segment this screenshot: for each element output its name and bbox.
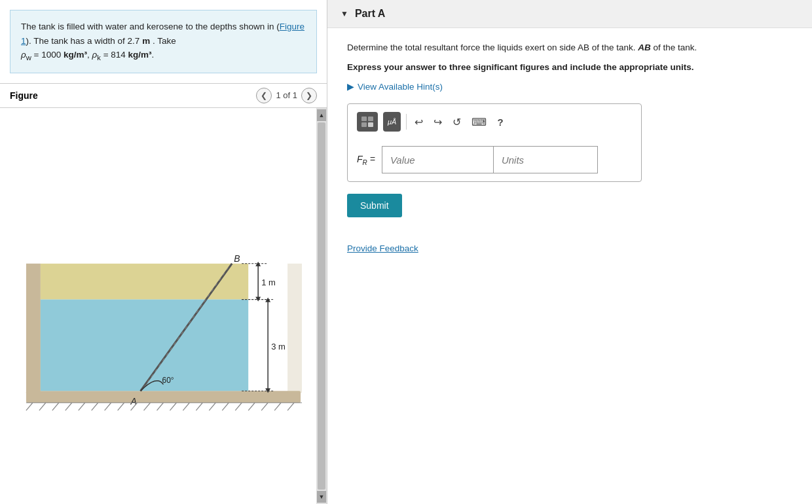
scroll-down-arrow[interactable]: ▼ bbox=[317, 491, 326, 503]
svg-line-36 bbox=[196, 403, 202, 410]
left-panel: The tank is filled with water and kerose… bbox=[0, 0, 327, 504]
input-row: FR = bbox=[357, 146, 632, 173]
svg-text:B: B bbox=[234, 253, 240, 264]
svg-text:A: A bbox=[130, 396, 137, 406]
svg-line-23 bbox=[26, 403, 33, 410]
svg-line-37 bbox=[209, 403, 215, 410]
redo-button[interactable]: ↪ bbox=[431, 115, 445, 130]
figure-svg: B A 60° 1 m 3 m bbox=[0, 108, 316, 504]
svg-line-33 bbox=[157, 403, 164, 410]
symbol-button[interactable]: μÅ bbox=[383, 112, 401, 132]
svg-line-35 bbox=[183, 403, 189, 410]
svg-line-39 bbox=[235, 403, 242, 410]
svg-line-38 bbox=[222, 403, 229, 410]
reset-button[interactable]: ↺ bbox=[450, 115, 464, 130]
svg-line-28 bbox=[92, 403, 98, 410]
svg-rect-47 bbox=[368, 122, 373, 127]
provide-feedback-link[interactable]: Provide Feedback bbox=[347, 243, 418, 253]
part-title: Part A bbox=[355, 8, 386, 20]
figure-container: B A 60° 1 m 3 m bbox=[0, 107, 327, 504]
svg-text:60°: 60° bbox=[162, 376, 174, 385]
svg-line-42 bbox=[274, 403, 281, 410]
equation-label: FR = bbox=[357, 154, 375, 166]
svg-line-25 bbox=[52, 403, 59, 410]
figure-scrollbar[interactable]: ▲ ▼ bbox=[316, 108, 327, 504]
figure-count: 1 of 1 bbox=[276, 90, 297, 100]
keyboard-button[interactable]: ⌨ bbox=[469, 115, 489, 130]
figure-navigation: ❮ 1 of 1 ❯ bbox=[256, 88, 317, 103]
right-panel: ▼ Part A Determine the total resultant f… bbox=[327, 0, 812, 504]
part-header: ▼ Part A bbox=[327, 0, 812, 28]
figure-link[interactable]: Figure 1 bbox=[21, 22, 304, 46]
problem-text-content: The tank is filled with water and kerose… bbox=[21, 22, 304, 60]
svg-line-34 bbox=[170, 403, 176, 410]
submit-button[interactable]: Submit bbox=[347, 194, 402, 217]
svg-rect-1 bbox=[26, 264, 41, 393]
svg-rect-46 bbox=[361, 122, 367, 127]
svg-line-43 bbox=[287, 403, 294, 410]
help-button[interactable]: ? bbox=[494, 115, 506, 129]
part-content: Determine the total resultant force the … bbox=[327, 28, 812, 266]
svg-text:3 m: 3 m bbox=[271, 342, 286, 351]
figure-next-button[interactable]: ❯ bbox=[301, 88, 317, 103]
svg-line-26 bbox=[65, 403, 72, 410]
units-input[interactable] bbox=[493, 146, 598, 173]
collapse-arrow-icon[interactable]: ▼ bbox=[341, 9, 348, 18]
answer-box: μÅ ↩ ↪ ↺ ⌨ bbox=[347, 103, 642, 182]
svg-rect-45 bbox=[368, 117, 373, 121]
figure-prev-button[interactable]: ❮ bbox=[256, 88, 272, 103]
svg-marker-4 bbox=[41, 299, 248, 391]
undo-button[interactable]: ↩ bbox=[412, 115, 426, 130]
svg-rect-0 bbox=[26, 391, 301, 403]
problem-description: Determine the total resultant force the … bbox=[347, 41, 792, 54]
svg-rect-2 bbox=[287, 264, 302, 393]
figure-header: Figure ❮ 1 of 1 ❯ bbox=[0, 83, 327, 107]
svg-line-41 bbox=[261, 403, 268, 410]
matrix-button[interactable] bbox=[357, 112, 378, 132]
svg-marker-13 bbox=[255, 262, 261, 266]
value-input[interactable] bbox=[382, 146, 493, 173]
figure-title: Figure bbox=[10, 90, 38, 101]
svg-rect-44 bbox=[361, 117, 367, 121]
svg-marker-3 bbox=[41, 264, 248, 300]
scroll-up-arrow[interactable]: ▲ bbox=[317, 109, 326, 121]
problem-statement: The tank is filled with water and kerose… bbox=[10, 10, 317, 73]
svg-line-32 bbox=[144, 403, 151, 410]
hint-text: View Available Hint(s) bbox=[358, 82, 443, 92]
svg-line-24 bbox=[39, 403, 46, 410]
toolbar: μÅ ↩ ↪ ↺ ⌨ bbox=[357, 112, 632, 137]
svg-line-30 bbox=[118, 403, 124, 410]
hint-arrow-icon: ▶ bbox=[347, 81, 354, 92]
svg-line-29 bbox=[105, 403, 111, 410]
svg-line-40 bbox=[248, 403, 255, 410]
svg-text:1 m: 1 m bbox=[261, 278, 276, 287]
toolbar-divider bbox=[406, 114, 407, 130]
svg-line-27 bbox=[79, 403, 85, 410]
hint-link[interactable]: ▶ View Available Hint(s) bbox=[347, 81, 792, 92]
instructions-text: Express your answer to three significant… bbox=[347, 62, 792, 72]
